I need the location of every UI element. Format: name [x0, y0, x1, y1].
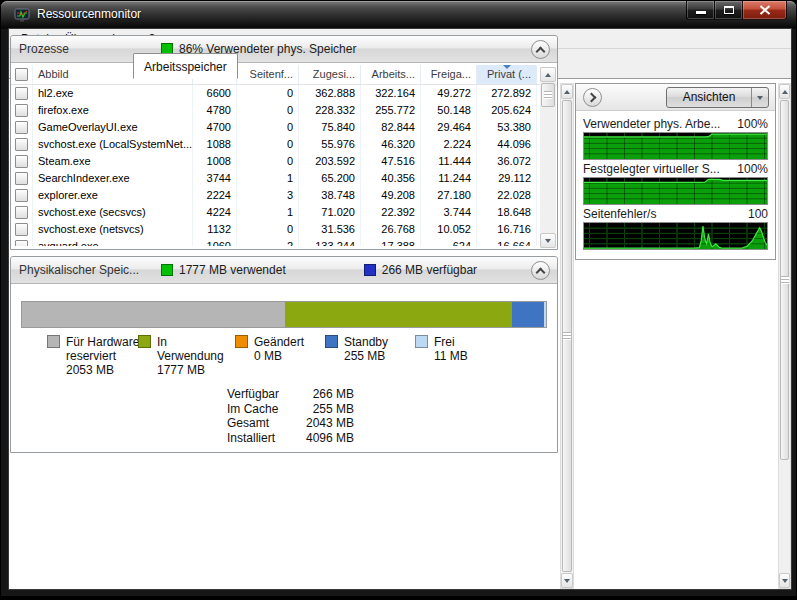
tab-arbeitsspeicher[interactable]: Arbeitsspeicher [133, 53, 238, 79]
row-checkbox[interactable] [15, 138, 28, 151]
app-icon [14, 7, 30, 23]
legend-line: Standby [344, 335, 388, 349]
summary-row: Gesamt2043 MB [227, 416, 357, 431]
table-row[interactable]: svchost.exe (LocalSystemNet...1088055.97… [11, 136, 557, 153]
column-header-page-faults[interactable]: Seitenf... [237, 65, 299, 84]
select-all-checkbox[interactable] [15, 68, 28, 81]
table-row[interactable]: firefox.exe47800228.332255.77250.148205.… [11, 102, 557, 119]
row-checkbox[interactable] [15, 104, 28, 117]
scrollbar-thumb[interactable] [541, 83, 555, 107]
memory-panel-title: Physikalischer Speic... [11, 263, 161, 277]
legend-swatch [47, 335, 60, 348]
legend-swatch [138, 335, 151, 348]
row-checkbox[interactable] [15, 240, 28, 246]
row-checkbox[interactable] [15, 206, 28, 219]
cell-pid: 6600 [193, 85, 237, 102]
views-dropdown-button[interactable]: Ansichten [666, 87, 769, 108]
cell-process-name: SearchIndexer.exe [33, 170, 193, 187]
cell-pid: 4780 [193, 102, 237, 119]
legend-text: Frei11 MB [434, 335, 468, 363]
row-checkbox[interactable] [15, 223, 28, 236]
table-row[interactable]: SearchIndexer.exe3744165.20040.35611.244… [11, 170, 557, 187]
legend-line: 1777 MB [157, 363, 224, 377]
chevron-up-icon [536, 47, 546, 57]
memory-summary: Verfügbar266 MBIm Cache255 MBGesamt2043 … [227, 387, 357, 445]
scroll-down-button[interactable] [540, 233, 556, 248]
close-button[interactable] [742, 1, 787, 20]
row-checkbox[interactable] [15, 87, 28, 100]
maximize-button[interactable] [715, 1, 742, 20]
cell-commit: 71.020 [299, 204, 361, 221]
bar-segment-in-use [285, 302, 512, 327]
table-row[interactable]: hl2.exe66000362.888322.16449.272272.892 [11, 85, 557, 102]
content-scrollbar[interactable] [778, 83, 791, 589]
cell-shareable: 29.464 [421, 119, 477, 136]
scrollbar-thumb[interactable] [562, 100, 572, 572]
scroll-up-button[interactable] [561, 84, 573, 99]
column-header-commit[interactable]: Zugesi... [299, 65, 361, 84]
cell-page-faults: 2 [237, 238, 299, 246]
table-row[interactable]: GameOverlayUI.exe4700075.84082.84429.464… [11, 119, 557, 136]
scroll-up-button[interactable] [540, 67, 556, 82]
table-row[interactable]: avguard.exe10602133.24417.38862416.664 [11, 238, 557, 246]
summary-label: Installiert [227, 431, 299, 446]
left-pane-scrollbar[interactable] [560, 83, 574, 589]
cell-working-set: 47.516 [361, 153, 421, 170]
scroll-down-button[interactable] [561, 573, 573, 588]
views-dropdown-arrow[interactable] [751, 88, 768, 107]
cell-shareable: 3.744 [421, 204, 477, 221]
row-checkbox[interactable] [15, 189, 28, 202]
summary-value: 255 MB [299, 402, 354, 417]
bar-segment-free [544, 302, 546, 327]
cell-process-name: avguard.exe [33, 238, 193, 246]
column-header-working-set[interactable]: Arbeits... [361, 65, 421, 84]
memory-available-swatch [364, 264, 376, 276]
cell-private: 29.112 [477, 170, 537, 187]
cell-pid: 1088 [193, 136, 237, 153]
row-checkbox[interactable] [15, 172, 28, 185]
minimize-icon [696, 11, 706, 14]
column-header-private[interactable]: Privat (... [477, 65, 537, 84]
column-header-shareable[interactable]: Freiga... [421, 65, 477, 84]
cell-commit: 55.976 [299, 136, 361, 153]
cell-process-name: svchost.exe (secsvcs) [33, 204, 193, 221]
row-checkbox[interactable] [15, 155, 28, 168]
collapse-memory-button[interactable] [531, 261, 550, 280]
table-row[interactable]: explorer.exe2224338.74849.20827.18022.02… [11, 187, 557, 204]
cell-pid: 1060 [193, 238, 237, 246]
process-table-header: AbbildPIDSeitenf...Zugesi...Arbeits...Fr… [11, 65, 557, 85]
cell-private: 44.096 [477, 136, 537, 153]
cell-process-name: hl2.exe [33, 85, 193, 102]
collapse-sidebar-button[interactable] [583, 88, 602, 107]
collapse-processes-button[interactable] [531, 40, 550, 59]
cell-pid: 4700 [193, 119, 237, 136]
header-checkbox-cell [11, 65, 33, 84]
memory-used-label: 1777 MB verwendet [179, 263, 286, 277]
scrollbar-thumb[interactable] [780, 100, 789, 460]
table-row[interactable]: Steam.exe10080203.59247.51611.44436.072 [11, 153, 557, 170]
bar-segment-standby [512, 302, 544, 327]
legend-line: Für Hardware [66, 335, 139, 349]
table-row[interactable]: svchost.exe (secsvcs)4224171.02022.3923.… [11, 204, 557, 221]
legend-item-1: InVerwendung1777 MB [138, 335, 224, 377]
row-checkbox[interactable] [15, 121, 28, 134]
table-row[interactable]: svchost.exe (netsvcs)1132031.53626.76810… [11, 221, 557, 238]
cell-working-set: 322.164 [361, 85, 421, 102]
cell-process-name: explorer.exe [33, 187, 193, 204]
close-icon [759, 5, 771, 15]
cell-shareable: 27.180 [421, 187, 477, 204]
titlebar[interactable]: Ressourcenmonitor [1, 1, 796, 29]
process-table-scrollbar[interactable] [540, 67, 556, 248]
scroll-down-button[interactable] [779, 573, 790, 588]
cell-private: 205.624 [477, 102, 537, 119]
graphs-list: Verwendeter phys. Arbe...100%Festgelegte… [576, 111, 775, 250]
cell-shareable: 624 [421, 238, 477, 246]
memory-used-status: 1777 MB verwendet [161, 263, 286, 277]
cell-process-name: svchost.exe (netsvcs) [33, 221, 193, 238]
graph-title: Seitenfehler/s [583, 206, 656, 222]
scroll-up-button[interactable] [779, 84, 790, 99]
minimize-button[interactable] [686, 1, 715, 20]
legend-line: Frei [434, 335, 468, 349]
cell-process-name: Steam.exe [33, 153, 193, 170]
graph-1 [583, 177, 768, 205]
